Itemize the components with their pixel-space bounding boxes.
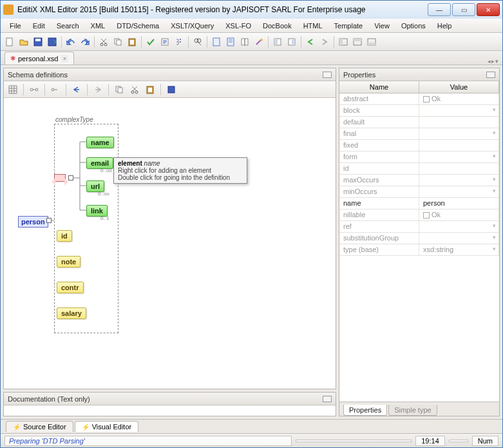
panel-collapse-icon[interactable] <box>323 72 332 78</box>
svg-rect-22 <box>339 39 343 45</box>
bolt-icon: ⚡ <box>13 424 21 431</box>
col2-icon[interactable] <box>285 35 298 48</box>
props-collapse-icon[interactable] <box>486 72 495 78</box>
menu-edit[interactable]: Edit <box>28 21 50 31</box>
prop-row-form[interactable]: form▾ <box>339 151 499 163</box>
grid-icon[interactable] <box>6 83 19 96</box>
svg-rect-7 <box>117 40 121 45</box>
statusbar: Preparing 'DTD Parsing' 19:14 Num <box>1 433 502 447</box>
menu-options[interactable]: Options <box>396 21 431 31</box>
select-icon[interactable] <box>165 83 178 96</box>
prop-row-maxOccurs[interactable]: maxOccurs▾ <box>339 175 499 186</box>
menu-xslt-xquery[interactable]: XSLT/XQuery <box>166 21 219 31</box>
doc-panel-header: Documentation (Text only) <box>4 393 336 405</box>
new-icon[interactable] <box>3 35 16 48</box>
menu-xml[interactable]: XML <box>86 21 111 31</box>
right-column: Properties Name Value abstractOkblock▾de… <box>339 68 500 416</box>
paste-icon[interactable] <box>126 35 138 48</box>
app-icon <box>3 5 14 15</box>
prop-row-id[interactable]: id <box>339 163 499 175</box>
redo-icon[interactable] <box>79 35 91 48</box>
prop-row-substitutionGroup[interactable]: substitutionGroup▾ <box>339 233 499 244</box>
close-button[interactable]: ✕ <box>477 3 500 16</box>
tab-menu-icon[interactable]: ▾ <box>495 58 498 64</box>
save-all-icon[interactable] <box>46 35 59 48</box>
validate-icon[interactable] <box>144 35 157 48</box>
svg-rect-20 <box>292 39 295 45</box>
connect-icon[interactable] <box>28 83 41 96</box>
doc2-icon[interactable] <box>224 35 237 48</box>
doc-panel-title: Documentation (Text only) <box>8 395 90 403</box>
tab-source-editor[interactable]: ⚡Source Editor <box>6 421 73 432</box>
schema-panel-header: Schema definitions <box>4 68 336 81</box>
tree-icon[interactable] <box>173 35 185 48</box>
menu-template[interactable]: Template <box>329 21 368 31</box>
svg-rect-18 <box>274 39 278 45</box>
undo-icon[interactable] <box>64 35 77 48</box>
menu-docbook[interactable]: DocBook <box>258 21 297 31</box>
nav-forward-icon[interactable] <box>91 83 104 96</box>
menu-help[interactable]: Help <box>432 21 457 31</box>
tab-visual-editor[interactable]: ⚡Visual Editor <box>75 421 139 432</box>
menu-search[interactable]: Search <box>52 21 84 31</box>
doc1-icon[interactable] <box>210 35 223 48</box>
tab-properties[interactable]: Properties <box>343 405 387 416</box>
save-icon[interactable] <box>32 35 44 48</box>
prop-row-final[interactable]: final▾ <box>339 128 499 140</box>
tab-next-icon[interactable]: ▸ <box>491 58 495 64</box>
layout3-icon[interactable] <box>365 35 378 48</box>
menu-view[interactable]: View <box>369 21 395 31</box>
col1-icon[interactable] <box>271 35 284 48</box>
cut2-icon[interactable] <box>128 83 141 96</box>
wand-icon[interactable] <box>252 35 265 48</box>
window-title: EditiX XML Editor 2015 [Build 150115] - … <box>17 5 428 14</box>
doc-collapse-icon[interactable] <box>323 396 332 402</box>
schema-panel-title: Schema definitions <box>8 71 68 79</box>
book-icon[interactable] <box>238 35 251 48</box>
prop-row-type--base-[interactable]: type (base)xsd:string▾ <box>339 244 499 256</box>
layout2-icon[interactable] <box>351 35 364 48</box>
props-tabs: Properties Simple type <box>339 402 499 416</box>
maximize-button[interactable]: ▭ <box>452 3 475 16</box>
svg-point-29 <box>52 88 54 91</box>
menu-html[interactable]: HTML <box>298 21 328 31</box>
prop-row-nillable[interactable]: nillableOk <box>339 209 499 221</box>
copy2-icon[interactable] <box>113 83 126 96</box>
paste2-icon[interactable] <box>144 83 157 96</box>
format-icon[interactable] <box>158 35 171 48</box>
tab-personal-xsd[interactable]: ✱ personal.xsd × <box>5 52 74 64</box>
svg-rect-35 <box>148 88 152 92</box>
titlebar: EditiX XML Editor 2015 [Build 150115] - … <box>1 1 502 19</box>
prop-row-ref[interactable]: ref▾ <box>339 221 499 233</box>
prop-row-default[interactable]: default <box>339 117 499 128</box>
copy-icon[interactable] <box>111 35 124 48</box>
prop-row-minOccurs[interactable]: minOccurs▾ <box>339 186 499 198</box>
menu-xsl-fo[interactable]: XSL-FO <box>220 21 256 31</box>
connector-lines <box>4 98 113 330</box>
tab-simple-type[interactable]: Simple type <box>388 405 437 416</box>
minimize-button[interactable]: — <box>428 3 451 16</box>
element-tooltip: element name Right click for adding an e… <box>113 157 247 184</box>
prop-row-block[interactable]: block▾ <box>339 105 499 117</box>
layout1-icon[interactable] <box>337 35 350 48</box>
menu-file[interactable]: File <box>5 21 26 31</box>
prop-row-name[interactable]: nameperson <box>339 198 499 209</box>
prop-row-fixed[interactable]: fixed <box>339 140 499 151</box>
cut-icon[interactable] <box>97 35 110 48</box>
tab-close-icon[interactable]: × <box>61 55 68 63</box>
tab-prev-icon[interactable]: ◂ <box>488 58 491 64</box>
back-icon[interactable] <box>304 35 317 48</box>
nav-back-icon[interactable] <box>70 83 83 96</box>
open-icon[interactable] <box>17 35 30 48</box>
editor-mode-tabs: ⚡Source Editor ⚡Visual Editor <box>1 419 502 433</box>
forward-icon[interactable] <box>318 35 331 48</box>
status-spacer <box>296 440 412 442</box>
left-column: Schema definitions <box>3 68 336 416</box>
node-icon[interactable] <box>49 83 62 96</box>
tooltip-line2: Double click for going into the definiti… <box>118 174 243 181</box>
find-icon[interactable] <box>191 35 204 48</box>
menu-dtd-schema[interactable]: DTD/Schema <box>111 21 164 31</box>
svg-point-28 <box>35 88 38 91</box>
schema-canvas[interactable]: person complexType name email 0..oo url … <box>4 98 336 389</box>
prop-row-abstract[interactable]: abstractOk <box>339 93 499 105</box>
